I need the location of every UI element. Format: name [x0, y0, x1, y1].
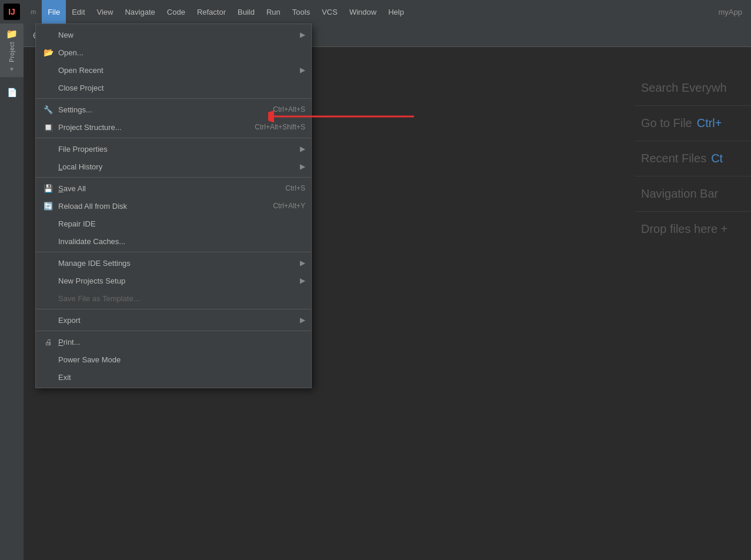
sidebar-tab-files[interactable]: 📄 — [0, 83, 24, 102]
menu-item-save-all[interactable]: 💾 Save All Ctrl+S — [36, 179, 311, 197]
menu-item-file-properties[interactable]: File Properties ▶ — [36, 140, 311, 158]
new-label: New — [58, 31, 294, 39]
menu-item-m[interactable]: m — [25, 0, 42, 24]
hint-goto-file-shortcut: Ctrl+ — [697, 116, 722, 130]
menu-item-code[interactable]: Code — [161, 0, 191, 24]
power-save-label: Power Save Mode — [58, 355, 305, 364]
settings-shortcut: Ctrl+Alt+S — [255, 105, 305, 114]
menu-section-6: Export ▶ — [36, 309, 311, 331]
settings-label: Settings... — [58, 105, 255, 114]
menu-section-7: 🖨 Print... Power Save Mode Exit — [36, 331, 311, 388]
menu-item-print[interactable]: 🖨 Print... — [36, 333, 311, 351]
reload-all-icon: 🔄 — [42, 199, 55, 212]
save-file-template-label: Save File as Template... — [58, 294, 305, 303]
menu-item-close-project[interactable]: Close Project — [36, 79, 311, 96]
hint-drop-files: Drop files here + — [635, 212, 751, 246]
ide-logo-icon: IJ — [4, 4, 20, 20]
menu-item-repair-ide[interactable]: Repair IDE — [36, 215, 311, 232]
menu-item-vcs[interactable]: VCS — [316, 0, 343, 24]
close-project-label: Close Project — [58, 84, 305, 92]
menu-item-open-recent[interactable]: Open Recent ▶ — [36, 61, 311, 79]
manage-ide-arrow: ▶ — [300, 259, 305, 267]
menu-item-export[interactable]: Export ▶ — [36, 311, 311, 329]
menu-bar: IJ m File Edit View Navigate Code Refact… — [0, 0, 751, 24]
file-dropdown-menu: New ▶ 📂 Open... Open Recent ▶ Close Proj… — [35, 24, 312, 388]
settings-icon: 🔧 — [42, 103, 55, 116]
menu-item-new[interactable]: New ▶ — [36, 26, 311, 44]
menu-item-view[interactable]: View — [91, 0, 119, 24]
project-structure-shortcut: Ctrl+Alt+Shift+S — [237, 123, 305, 131]
menu-item-navigate[interactable]: Navigate — [119, 0, 161, 24]
hint-search-everywhere: Search Everywh — [635, 71, 751, 106]
project-icon: 📁 — [6, 28, 18, 39]
hint-recent-files: Recent Files Ct — [635, 141, 751, 176]
export-arrow: ▶ — [300, 316, 305, 324]
sidebar-tab-project[interactable]: 📁 Project ▼ — [0, 24, 24, 77]
export-icon — [42, 314, 55, 326]
menu-item-new-projects-setup[interactable]: New Projects Setup ▶ — [36, 272, 311, 289]
menu-item-run[interactable]: Run — [261, 0, 286, 24]
menu-item-edit[interactable]: Edit — [66, 0, 91, 24]
menu-item-window[interactable]: Window — [343, 0, 382, 24]
exit-label: Exit — [58, 373, 305, 382]
manage-ide-label: Manage IDE Settings — [58, 259, 294, 268]
menu-item-invalidate-caches[interactable]: Invalidate Caches... — [36, 232, 311, 250]
menu-item-power-save[interactable]: Power Save Mode — [36, 351, 311, 368]
save-all-icon: 💾 — [42, 182, 55, 195]
menu-item-file[interactable]: File — [42, 0, 66, 24]
print-label: Print... — [58, 338, 305, 346]
new-projects-setup-arrow: ▶ — [300, 276, 305, 285]
print-icon: 🖨 — [42, 335, 55, 348]
menu-items: m File Edit View Navigate Code Refactor … — [24, 0, 410, 24]
open-label: Open... — [58, 48, 305, 57]
new-icon — [42, 28, 55, 41]
menu-item-project-structure[interactable]: 🔲 Project Structure... Ctrl+Alt+Shift+S — [36, 118, 311, 136]
repair-ide-icon — [42, 217, 55, 230]
menu-item-manage-ide[interactable]: Manage IDE Settings ▶ — [36, 254, 311, 272]
local-history-label: Local History — [58, 162, 294, 171]
file-properties-icon — [42, 142, 55, 155]
menu-item-exit[interactable]: Exit — [36, 368, 311, 386]
open-recent-icon — [42, 64, 55, 76]
hint-navigation-bar: Navigation Bar — [635, 176, 751, 212]
save-file-template-icon — [42, 292, 55, 305]
exit-icon — [42, 371, 55, 384]
new-arrow: ▶ — [300, 31, 305, 39]
open-recent-label: Open Recent — [58, 66, 294, 75]
hint-panel: Search Everywh Go to File Ctrl+ Recent F… — [635, 71, 751, 246]
menu-section-3: File Properties ▶ Local History ▶ — [36, 138, 311, 178]
menu-item-tools[interactable]: Tools — [286, 0, 316, 24]
menu-item-reload-all[interactable]: 🔄 Reload All from Disk Ctrl+Alt+Y — [36, 197, 311, 215]
export-label: Export — [58, 316, 294, 325]
files-icon: 📄 — [7, 88, 17, 97]
sidebar-tab-label: Project — [9, 42, 15, 62]
power-save-icon — [42, 353, 55, 366]
menu-section-5: Manage IDE Settings ▶ New Projects Setup… — [36, 252, 311, 309]
menu-item-open[interactable]: 📂 Open... — [36, 44, 311, 61]
menu-item-build[interactable]: Build — [232, 0, 261, 24]
menu-item-save-file-template: Save File as Template... — [36, 289, 311, 307]
save-all-label: Save All — [58, 184, 268, 193]
new-projects-setup-icon — [42, 274, 55, 287]
repair-ide-label: Repair IDE — [58, 219, 305, 228]
file-properties-arrow: ▶ — [300, 145, 305, 153]
menu-section-2: 🔧 Settings... Ctrl+Alt+S 🔲 Project Struc… — [36, 99, 311, 138]
sidebar-chevron: ▼ — [9, 66, 15, 72]
open-recent-arrow: ▶ — [300, 66, 305, 74]
open-icon: 📂 — [42, 46, 55, 59]
close-project-icon — [42, 81, 55, 94]
menu-item-local-history[interactable]: Local History ▶ — [36, 158, 311, 175]
save-all-shortcut: Ctrl+S — [268, 184, 305, 192]
menu-section-1: New ▶ 📂 Open... Open Recent ▶ Close Proj… — [36, 24, 311, 99]
menu-item-help[interactable]: Help — [382, 0, 410, 24]
project-structure-label: Project Structure... — [58, 123, 237, 132]
invalidate-caches-label: Invalidate Caches... — [58, 237, 305, 246]
local-history-icon — [42, 160, 55, 173]
manage-ide-icon — [42, 256, 55, 269]
local-history-arrow: ▶ — [300, 162, 305, 171]
new-projects-setup-label: New Projects Setup — [58, 276, 294, 285]
file-properties-label: File Properties — [58, 145, 294, 154]
menu-item-refactor[interactable]: Refactor — [191, 0, 232, 24]
left-sidebar: 📁 Project ▼ 📄 — [0, 0, 24, 560]
menu-item-settings[interactable]: 🔧 Settings... Ctrl+Alt+S — [36, 101, 311, 118]
